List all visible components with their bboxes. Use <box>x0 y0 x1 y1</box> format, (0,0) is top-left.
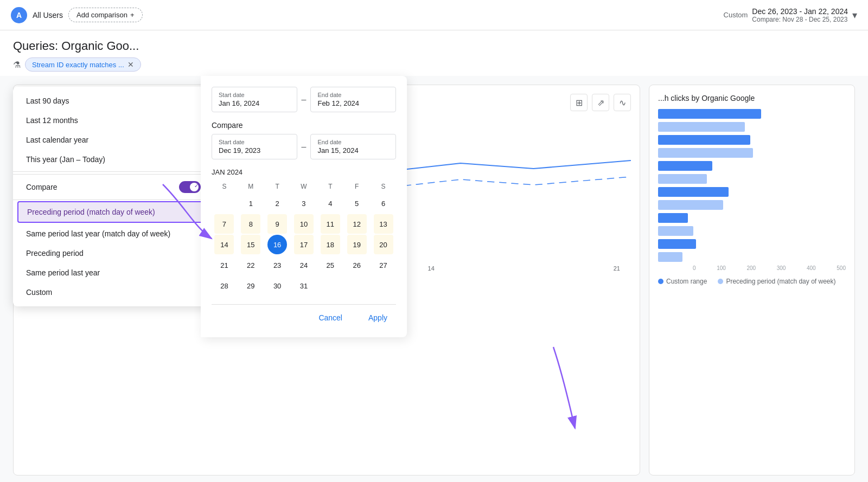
bar-dark-2 <box>658 135 750 145</box>
cal-day-2[interactable]: 2 <box>267 194 287 213</box>
cal-day-1[interactable]: 1 <box>241 194 260 213</box>
top-bar-right: Custom Dec 26, 2023 - Jan 22, 2024 Compa… <box>724 7 857 23</box>
dropdown-item-label: Preceding period <box>26 249 84 258</box>
dropdown-item-same-period-last-year-match[interactable]: Same period last year (match day of week… <box>13 224 214 243</box>
bar-light-5 <box>658 226 693 236</box>
cal-day-11[interactable]: 11 <box>321 214 340 234</box>
cal-header-s1: S <box>212 181 237 192</box>
cal-day-15[interactable]: 15 <box>241 235 260 254</box>
calendar-actions: Cancel Apply <box>212 304 396 326</box>
cal-day-20[interactable]: 20 <box>374 235 393 254</box>
cal-day-31[interactable]: 31 <box>294 276 314 295</box>
bar-row <box>658 122 846 132</box>
divider <box>13 171 214 172</box>
dropdown-item-last-calendar-year[interactable]: Last calendar year <box>13 130 214 150</box>
date-range-container: Dec 26, 2023 - Jan 22, 2024 Compare: Nov… <box>752 7 848 23</box>
compare-end-date-label: End date <box>317 139 389 145</box>
bar-row <box>658 135 846 145</box>
custom-label: Custom <box>724 11 748 19</box>
page-header: Queries: Organic Goo... ⚗ Stream ID exac… <box>0 30 868 76</box>
avatar: A <box>11 7 27 23</box>
cal-day-8[interactable]: 8 <box>241 214 260 234</box>
cal-day-3[interactable]: 3 <box>294 194 314 213</box>
bar-axis-100: 100 <box>717 265 726 271</box>
bar-row <box>658 161 846 171</box>
cal-day-14[interactable]: 14 <box>214 235 234 254</box>
legend-item-preceding-match: Preceding period (match day of week) <box>718 278 835 285</box>
calendar-panel: Start date Jan 16, 2024 – End date Feb 1… <box>201 76 407 337</box>
end-date-field[interactable]: End date Feb 12, 2024 <box>310 87 396 112</box>
dropdown-item-last-90-days[interactable]: Last 90 days <box>13 91 214 111</box>
legend-label-preceding-match: Preceding period (match day of week) <box>726 278 835 285</box>
cancel-button[interactable]: Cancel <box>310 309 351 326</box>
cal-day-4[interactable]: 4 <box>321 194 340 213</box>
date-row-main: Start date Jan 16, 2024 – End date Feb 1… <box>212 87 396 112</box>
filter-chip-close-icon[interactable]: ✕ <box>127 60 134 69</box>
dropdown-item-preceding-period[interactable]: Preceding period <box>13 243 214 263</box>
filter-icon: ⚗ <box>13 60 21 70</box>
all-users-label: All Users <box>33 11 63 20</box>
cal-day-24[interactable]: 24 <box>294 255 314 275</box>
cal-day-23[interactable]: 23 <box>267 255 287 275</box>
calendar-grid-section: JAN 2024 S M T W T F S 1 2 3 4 5 6 7 8 <box>212 168 396 295</box>
axis-label-21: 21 <box>614 265 620 272</box>
legend-label-custom: Custom range <box>666 278 707 285</box>
cal-header-f: F <box>344 181 369 192</box>
add-comparison-button[interactable]: Add comparison + <box>68 8 143 22</box>
bar-dark-6 <box>658 239 696 249</box>
dropdown-item-preceding-period-match[interactable]: Preceding period (match day of week) <box>17 201 209 223</box>
dropdown-item-label: Last calendar year <box>26 136 88 144</box>
dropdown-item-same-period-last-year[interactable]: Same period last year <box>13 263 214 282</box>
dropdown-item-compare: Compare ✓ <box>13 174 214 200</box>
start-date-field[interactable]: Start date Jan 16, 2024 <box>212 87 297 112</box>
cal-day-30[interactable]: 30 <box>267 276 287 295</box>
cal-day-28[interactable]: 28 <box>214 276 234 295</box>
bar-title: ...h clicks by Organic Google <box>658 94 846 102</box>
bar-axis-400: 400 <box>807 265 816 271</box>
cal-day-21[interactable]: 21 <box>214 255 234 275</box>
compare-toggle[interactable]: ✓ <box>179 181 201 193</box>
cal-day-27[interactable]: 27 <box>374 255 393 275</box>
cal-header-w: W <box>291 181 317 192</box>
filter-bar: ⚗ Stream ID exactly matches ... ✕ <box>13 57 855 72</box>
cal-day-13[interactable]: 13 <box>374 214 393 234</box>
dropdown-item-label: Last 90 days <box>26 97 69 105</box>
bar-dark-1 <box>658 109 761 119</box>
cal-day-17[interactable]: 17 <box>294 235 314 254</box>
cal-day-6[interactable]: 6 <box>374 194 393 213</box>
page-title: Queries: Organic Goo... <box>13 39 855 53</box>
filter-chip-label: Stream ID exactly matches ... <box>32 61 124 69</box>
cal-day-7[interactable]: 7 <box>214 214 234 234</box>
cal-day-18[interactable]: 18 <box>321 235 340 254</box>
bar-light-6 <box>658 252 682 262</box>
bar-dark-3 <box>658 161 712 171</box>
apply-button[interactable]: Apply <box>360 309 396 326</box>
date-row-compare: Start date Dec 19, 2023 – End date Jan 1… <box>212 134 396 159</box>
bar-row <box>658 148 846 158</box>
cal-day-25[interactable]: 25 <box>321 255 340 275</box>
cal-day-19[interactable]: 19 <box>347 235 367 254</box>
cal-day-12[interactable]: 12 <box>347 214 367 234</box>
compare-date-section: Compare Start date Dec 19, 2023 – End da… <box>212 121 396 159</box>
start-date-value: Jan 16, 2024 <box>219 99 259 107</box>
dropdown-item-label: This year (Jan – Today) <box>26 155 105 164</box>
compare-end-date-value: Jan 15, 2024 <box>317 146 358 155</box>
filter-chip[interactable]: Stream ID exactly matches ... ✕ <box>25 57 141 72</box>
cal-day-26[interactable]: 26 <box>347 255 367 275</box>
cal-day-9[interactable]: 9 <box>267 214 287 234</box>
cal-day-29[interactable]: 29 <box>241 276 260 295</box>
compare-end-date-field[interactable]: End date Jan 15, 2024 <box>310 134 396 159</box>
legend-item-custom: Custom range <box>658 278 707 285</box>
cal-day-16[interactable]: 16 <box>267 235 287 254</box>
dropdown-arrow-icon[interactable]: ▾ <box>852 9 857 21</box>
bar-row <box>658 239 846 249</box>
cal-day-empty4 <box>374 276 393 295</box>
dropdown-item-custom[interactable]: Custom <box>13 282 214 302</box>
dropdown-item-this-year[interactable]: This year (Jan – Today) <box>13 150 214 169</box>
compare-start-date-field[interactable]: Start date Dec 19, 2023 <box>212 134 297 159</box>
cal-day-5[interactable]: 5 <box>347 194 367 213</box>
cal-day-22[interactable]: 22 <box>241 255 260 275</box>
dropdown-item-last-12-months[interactable]: Last 12 months <box>13 111 214 130</box>
bar-light-3 <box>658 174 707 184</box>
cal-day-10[interactable]: 10 <box>294 214 314 234</box>
